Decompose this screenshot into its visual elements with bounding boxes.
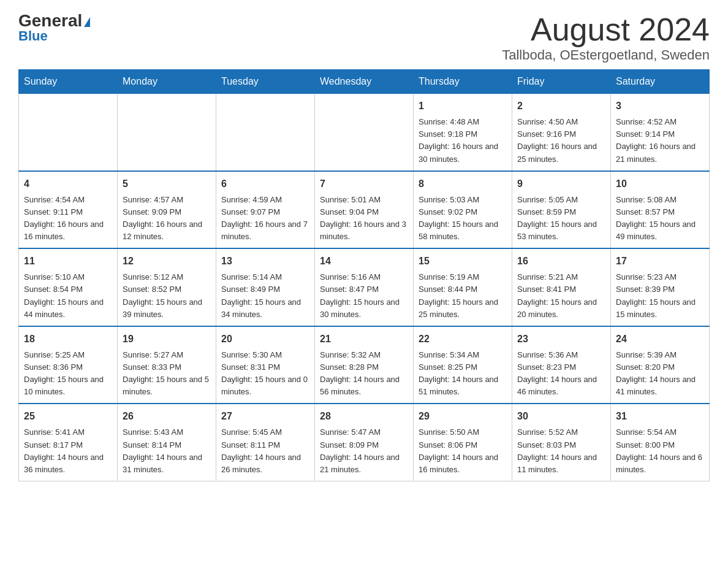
header-thursday: Thursday [414, 70, 512, 94]
day-number: 21 [320, 332, 408, 347]
table-row [19, 94, 118, 171]
table-row: 12Sunrise: 5:12 AM Sunset: 8:52 PM Dayli… [118, 248, 216, 326]
day-info: Sunrise: 5:27 AM Sunset: 8:33 PM Dayligh… [123, 349, 211, 399]
table-row: 14Sunrise: 5:16 AM Sunset: 8:47 PM Dayli… [315, 248, 414, 326]
day-info: Sunrise: 5:10 AM Sunset: 8:54 PM Dayligh… [24, 271, 112, 321]
day-info: Sunrise: 4:50 AM Sunset: 9:16 PM Dayligh… [517, 116, 605, 166]
day-info: Sunrise: 5:21 AM Sunset: 8:41 PM Dayligh… [517, 271, 605, 321]
day-info: Sunrise: 5:36 AM Sunset: 8:23 PM Dayligh… [517, 349, 605, 399]
day-number: 23 [517, 332, 605, 347]
table-row: 21Sunrise: 5:32 AM Sunset: 8:28 PM Dayli… [315, 326, 414, 404]
table-row: 1Sunrise: 4:48 AM Sunset: 9:18 PM Daylig… [414, 94, 512, 171]
table-row: 26Sunrise: 5:43 AM Sunset: 8:14 PM Dayli… [118, 404, 216, 481]
calendar-week-row: 1Sunrise: 4:48 AM Sunset: 9:18 PM Daylig… [19, 94, 710, 171]
day-number: 18 [24, 332, 112, 347]
logo-blue-text: Blue [18, 28, 48, 44]
table-row: 29Sunrise: 5:50 AM Sunset: 8:06 PM Dayli… [414, 404, 512, 481]
table-row: 23Sunrise: 5:36 AM Sunset: 8:23 PM Dayli… [512, 326, 611, 404]
day-number: 10 [616, 177, 704, 191]
calendar-table: Sunday Monday Tuesday Wednesday Thursday… [18, 69, 710, 481]
table-row: 25Sunrise: 5:41 AM Sunset: 8:17 PM Dayli… [19, 404, 118, 481]
day-info: Sunrise: 5:14 AM Sunset: 8:49 PM Dayligh… [221, 271, 309, 321]
day-number: 6 [221, 177, 309, 191]
logo: General Blue [18, 12, 90, 44]
day-info: Sunrise: 5:08 AM Sunset: 8:57 PM Dayligh… [616, 194, 704, 243]
month-title: August 2024 [502, 12, 710, 47]
header-monday: Monday [118, 70, 216, 94]
table-row: 8Sunrise: 5:03 AM Sunset: 9:02 PM Daylig… [414, 171, 512, 249]
day-info: Sunrise: 4:57 AM Sunset: 9:09 PM Dayligh… [123, 194, 211, 243]
day-number: 8 [419, 177, 507, 191]
calendar-week-row: 25Sunrise: 5:41 AM Sunset: 8:17 PM Dayli… [19, 404, 710, 481]
day-number: 14 [320, 254, 408, 269]
table-row: 5Sunrise: 4:57 AM Sunset: 9:09 PM Daylig… [118, 171, 216, 249]
day-info: Sunrise: 4:48 AM Sunset: 9:18 PM Dayligh… [419, 116, 507, 166]
table-row: 24Sunrise: 5:39 AM Sunset: 8:20 PM Dayli… [611, 326, 710, 404]
location-title: Tallboda, OEstergoetland, Sweden [502, 47, 710, 63]
day-number: 4 [24, 177, 112, 191]
day-number: 15 [419, 254, 507, 269]
day-info: Sunrise: 5:34 AM Sunset: 8:25 PM Dayligh… [419, 349, 507, 399]
day-number: 22 [419, 332, 507, 347]
calendar-header-row: Sunday Monday Tuesday Wednesday Thursday… [19, 70, 710, 94]
day-number: 11 [24, 254, 112, 269]
day-info: Sunrise: 5:39 AM Sunset: 8:20 PM Dayligh… [616, 349, 704, 399]
day-info: Sunrise: 5:32 AM Sunset: 8:28 PM Dayligh… [320, 349, 408, 399]
day-number: 26 [123, 409, 211, 424]
day-info: Sunrise: 4:59 AM Sunset: 9:07 PM Dayligh… [221, 194, 309, 243]
day-info: Sunrise: 5:25 AM Sunset: 8:36 PM Dayligh… [24, 349, 112, 399]
table-row: 18Sunrise: 5:25 AM Sunset: 8:36 PM Dayli… [19, 326, 118, 404]
header-tuesday: Tuesday [216, 70, 315, 94]
header-friday: Friday [512, 70, 611, 94]
header-saturday: Saturday [611, 70, 710, 94]
day-number: 16 [517, 254, 605, 269]
table-row: 31Sunrise: 5:54 AM Sunset: 8:00 PM Dayli… [611, 404, 710, 481]
day-info: Sunrise: 5:05 AM Sunset: 8:59 PM Dayligh… [517, 194, 605, 243]
table-row: 7Sunrise: 5:01 AM Sunset: 9:04 PM Daylig… [315, 171, 414, 249]
day-number: 28 [320, 409, 408, 424]
day-info: Sunrise: 5:03 AM Sunset: 9:02 PM Dayligh… [419, 194, 507, 243]
day-info: Sunrise: 5:47 AM Sunset: 8:09 PM Dayligh… [320, 426, 408, 476]
day-number: 3 [616, 99, 704, 113]
table-row: 13Sunrise: 5:14 AM Sunset: 8:49 PM Dayli… [216, 248, 315, 326]
table-row [118, 94, 216, 171]
day-number: 2 [517, 99, 605, 113]
page-header: General Blue August 2024 Tallboda, OEste… [18, 12, 710, 63]
day-number: 30 [517, 409, 605, 424]
calendar-week-row: 4Sunrise: 4:54 AM Sunset: 9:11 PM Daylig… [19, 171, 710, 249]
table-row: 30Sunrise: 5:52 AM Sunset: 8:03 PM Dayli… [512, 404, 611, 481]
day-number: 19 [123, 332, 211, 347]
day-number: 24 [616, 332, 704, 347]
day-info: Sunrise: 4:54 AM Sunset: 9:11 PM Dayligh… [24, 194, 112, 243]
day-info: Sunrise: 4:52 AM Sunset: 9:14 PM Dayligh… [616, 116, 704, 166]
day-info: Sunrise: 5:50 AM Sunset: 8:06 PM Dayligh… [419, 426, 507, 476]
day-info: Sunrise: 5:43 AM Sunset: 8:14 PM Dayligh… [123, 426, 211, 476]
table-row: 4Sunrise: 4:54 AM Sunset: 9:11 PM Daylig… [19, 171, 118, 249]
table-row: 16Sunrise: 5:21 AM Sunset: 8:41 PM Dayli… [512, 248, 611, 326]
logo-general-text: General [18, 12, 90, 29]
day-number: 12 [123, 254, 211, 269]
table-row [216, 94, 315, 171]
day-info: Sunrise: 5:01 AM Sunset: 9:04 PM Dayligh… [320, 194, 408, 243]
day-number: 27 [221, 409, 309, 424]
day-number: 7 [320, 177, 408, 191]
header-wednesday: Wednesday [315, 70, 414, 94]
calendar-week-row: 11Sunrise: 5:10 AM Sunset: 8:54 PM Dayli… [19, 248, 710, 326]
day-number: 29 [419, 409, 507, 424]
calendar-week-row: 18Sunrise: 5:25 AM Sunset: 8:36 PM Dayli… [19, 326, 710, 404]
day-number: 31 [616, 409, 704, 424]
day-info: Sunrise: 5:54 AM Sunset: 8:00 PM Dayligh… [616, 426, 704, 476]
day-info: Sunrise: 5:45 AM Sunset: 8:11 PM Dayligh… [221, 426, 309, 476]
logo-triangle-icon [84, 17, 90, 27]
table-row: 11Sunrise: 5:10 AM Sunset: 8:54 PM Dayli… [19, 248, 118, 326]
table-row: 2Sunrise: 4:50 AM Sunset: 9:16 PM Daylig… [512, 94, 611, 171]
table-row: 9Sunrise: 5:05 AM Sunset: 8:59 PM Daylig… [512, 171, 611, 249]
title-section: August 2024 Tallboda, OEstergoetland, Sw… [502, 12, 710, 63]
table-row: 27Sunrise: 5:45 AM Sunset: 8:11 PM Dayli… [216, 404, 315, 481]
day-info: Sunrise: 5:16 AM Sunset: 8:47 PM Dayligh… [320, 271, 408, 321]
day-number: 25 [24, 409, 112, 424]
table-row: 6Sunrise: 4:59 AM Sunset: 9:07 PM Daylig… [216, 171, 315, 249]
day-info: Sunrise: 5:12 AM Sunset: 8:52 PM Dayligh… [123, 271, 211, 321]
table-row: 22Sunrise: 5:34 AM Sunset: 8:25 PM Dayli… [414, 326, 512, 404]
day-number: 13 [221, 254, 309, 269]
